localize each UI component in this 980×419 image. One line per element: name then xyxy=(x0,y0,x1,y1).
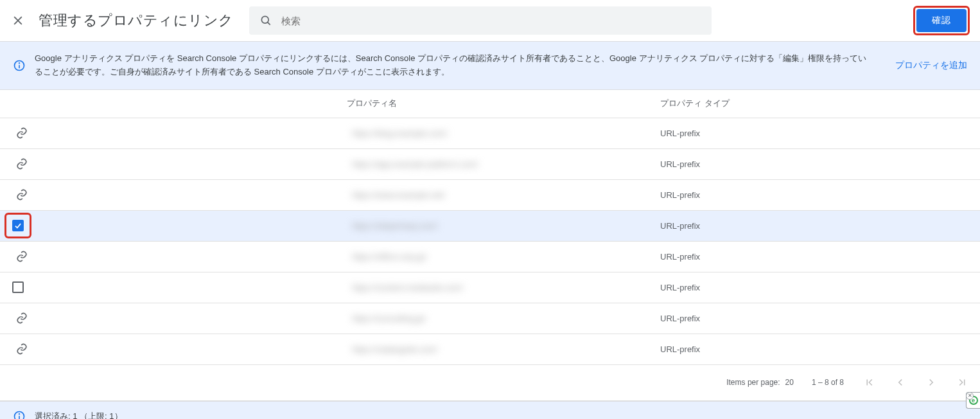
confirm-button[interactable]: 確認 xyxy=(916,9,967,32)
info-icon xyxy=(13,410,26,419)
search-field[interactable] xyxy=(249,6,712,35)
link-icon xyxy=(15,343,28,355)
property-type: URL-prefix xyxy=(660,283,980,292)
property-table: プロパティ名 プロパティ タイプ https://blog.example.co… xyxy=(0,90,980,365)
confirm-highlight: 確認 xyxy=(913,6,970,35)
property-type: URL-prefix xyxy=(660,129,980,138)
table-row[interactable]: https://siteprimary.com/URL-prefix xyxy=(0,211,980,242)
add-property-link[interactable]: プロパティを追加 xyxy=(895,60,967,71)
checkmark-icon xyxy=(13,221,22,230)
items-per-page-label: Items per page: xyxy=(726,378,780,387)
link-icon xyxy=(15,250,28,263)
page-prev-button[interactable] xyxy=(893,375,908,390)
property-name: https://blog.example.com/ xyxy=(347,129,660,138)
row-checkbox[interactable] xyxy=(12,220,24,231)
search-icon xyxy=(259,14,272,27)
selection-footer: 選択済み: 1 （上限: 1） xyxy=(0,401,980,419)
row-checkbox[interactable] xyxy=(12,281,24,293)
property-name: https://catalogsite.com/ xyxy=(347,344,660,354)
property-name: https://content.mediasite.com/ xyxy=(347,283,660,292)
badge-close-icon[interactable]: ✕ xyxy=(966,392,974,400)
col-header-type: プロパティ タイプ xyxy=(660,98,980,109)
search-input[interactable] xyxy=(281,15,701,26)
property-name: https://office.corp.jp/ xyxy=(347,252,660,262)
page-next-button[interactable] xyxy=(923,375,939,390)
table-row[interactable]: https://www.example.net/URL-prefix xyxy=(0,180,980,211)
table-row[interactable]: https://office.corp.jp/URL-prefix xyxy=(0,242,980,272)
page-last-icon xyxy=(956,377,968,388)
property-type: URL-prefix xyxy=(660,221,980,231)
page-last-button[interactable] xyxy=(954,375,970,390)
table-row[interactable]: https://content.mediasite.com/URL-prefix xyxy=(0,272,980,303)
property-type: URL-prefix xyxy=(660,314,980,323)
table-row[interactable]: https://consulting.jp/URL-prefix xyxy=(0,303,980,334)
svg-point-11 xyxy=(19,414,20,415)
svg-point-2 xyxy=(261,16,268,23)
close-icon xyxy=(12,14,24,27)
property-type: URL-prefix xyxy=(660,344,980,354)
property-name: https://www.example.net/ xyxy=(347,190,660,200)
page-first-button[interactable] xyxy=(862,375,877,390)
svg-point-6 xyxy=(19,63,20,64)
checkbox-highlight xyxy=(4,213,31,238)
table-row[interactable]: https://catalogsite.com/URL-prefix xyxy=(0,334,980,365)
property-name: https://consulting.jp/ xyxy=(347,314,660,323)
link-icon xyxy=(15,312,28,325)
dialog-title: 管理するプロパティにリンク xyxy=(39,11,234,30)
property-type: URL-prefix xyxy=(660,159,980,169)
pagination-range: 1 – 8 of 8 xyxy=(812,378,844,387)
table-row[interactable]: https://blog.example.com/URL-prefix xyxy=(0,118,980,149)
items-per-page-value[interactable]: 20 xyxy=(785,378,794,387)
table-row[interactable]: https://app.example-platform.com/URL-pre… xyxy=(0,149,980,180)
property-type: URL-prefix xyxy=(660,190,980,200)
dialog-header: 管理するプロパティにリンク 確認 xyxy=(0,0,980,41)
property-name: https://siteprimary.com/ xyxy=(347,221,660,231)
svg-line-3 xyxy=(267,22,270,25)
property-type: URL-prefix xyxy=(660,252,980,262)
extension-badge[interactable]: ✕ e xyxy=(966,392,980,409)
property-name: https://app.example-platform.com/ xyxy=(347,159,660,169)
close-button[interactable] xyxy=(10,13,26,28)
info-icon xyxy=(13,59,26,72)
link-icon xyxy=(15,188,28,201)
chevron-right-icon xyxy=(925,377,937,388)
link-icon xyxy=(15,157,28,170)
pagination-bar: Items per page: 20 1 – 8 of 8 xyxy=(0,365,980,401)
selection-footer-text: 選択済み: 1 （上限: 1） xyxy=(35,411,123,419)
page-first-icon xyxy=(864,377,875,388)
chevron-left-icon xyxy=(895,377,906,388)
table-header-row: プロパティ名 プロパティ タイプ xyxy=(0,90,980,118)
info-banner: Google アナリティクス プロパティを Search Console プロパ… xyxy=(0,41,980,90)
info-banner-text: Google アナリティクス プロパティを Search Console プロパ… xyxy=(35,52,871,79)
link-icon xyxy=(15,127,28,139)
col-header-name: プロパティ名 xyxy=(347,98,660,109)
